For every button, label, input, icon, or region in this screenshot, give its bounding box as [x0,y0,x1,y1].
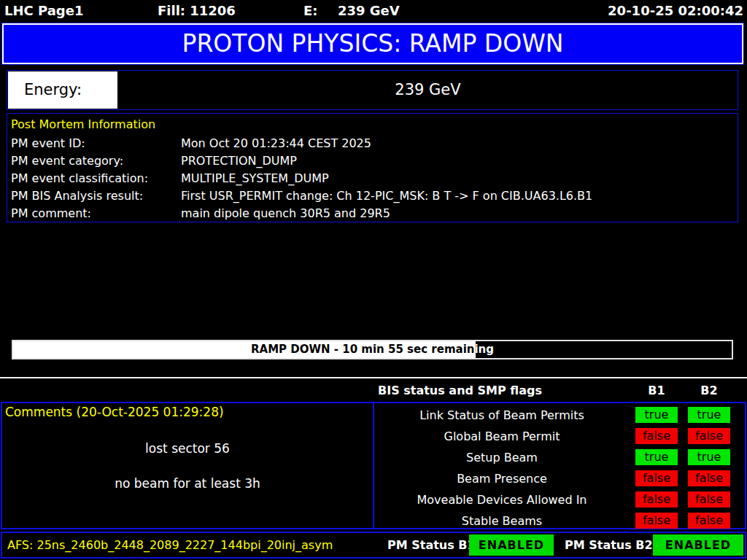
flag-b2-badge: false [688,470,730,486]
flag-b1-badge: true [635,449,678,465]
energy-value: 239 GeV [338,3,400,18]
flag-row: Moveable Devices Allowed In false false [374,489,745,510]
app-title: LHC Page1 [4,3,83,18]
bottom-status-bar: AFS: 25ns_2460b_2448_2089_2227_144bpi_20… [1,532,746,559]
flag-row: Setup Beam true true [374,447,745,468]
flag-b2-badge: false [688,428,730,444]
bis-section-header: BIS status and SMP flags [378,384,542,397]
lower-panel: Comments (20-Oct-2025 01:29:28) lost sec… [1,402,746,529]
top-status-bar: LHC Page1 Fill: 11206 E: 239 GeV 20-10-2… [0,0,747,22]
flag-b2-badge: true [688,449,730,465]
pm-row-value: MULTIPLE_SYSTEM_DUMP [181,170,329,187]
flag-b1-badge: true [635,407,678,423]
pm-row: PM event classification: MULTIPLE_SYSTEM… [11,170,733,187]
flag-b2-badge: false [688,513,730,529]
comment-line: lost sector 56 [2,441,373,456]
energy-row: Energy: 239 GeV [7,70,738,110]
energy-label: E: [303,3,318,18]
flag-b1-badge: false [635,470,678,486]
pm-status-b1-badge: ENABLED [469,534,554,556]
flag-label: Global Beam Permit [374,426,630,447]
pm-status-b2-badge: ENABLED [653,534,743,556]
fill-number: Fill: 11206 [158,3,236,18]
flag-row: Beam Presence false false [374,468,745,489]
progress-text-covered: RAMP DOWN - 10 min 55 sec remaining [13,341,476,358]
energy-row-value: 239 GeV [118,71,738,109]
pm-row: PM event category: PROTECTION_DUMP [11,152,733,170]
flag-b1-badge: false [635,428,678,444]
flag-label: Beam Presence [374,468,630,489]
ramp-down-progress-bar: RAMP DOWN - 10 min 55 sec remaining RAMP… [12,340,733,359]
pm-row-value: PROTECTION_DUMP [181,152,297,170]
flag-b2-badge: false [688,491,730,508]
flag-b1-badge: false [635,491,678,508]
comments-header: Comments (20-Oct-2025 01:29:28) [5,405,224,419]
flag-label: Stable Beams [374,510,630,532]
pm-row-value: main dipole quench 30R5 and 29R5 [181,205,390,222]
comment-line: no beam for at least 3h [2,476,373,491]
pm-row-label: PM BIS Analysis result: [11,187,143,205]
pm-row: PM event ID: Mon Oct 20 01:23:44 CEST 20… [11,135,733,152]
pm-row-label: PM event ID: [11,135,85,152]
pm-row: PM BIS Analysis result: First USR_PERMIT… [11,187,733,205]
post-mortem-panel: Post Mortem Information PM event ID: Mon… [7,113,738,222]
pm-row: PM comment: main dipole quench 30R5 and … [11,205,733,222]
flag-row: Global Beam Permit false false [374,426,745,447]
flag-label: Moveable Devices Allowed In [374,489,630,510]
flag-label: Setup Beam [374,447,630,468]
pm-status-b2-label: PM Status B2 [565,533,653,557]
pm-row-label: PM event classification: [11,170,148,187]
pm-row-label: PM comment: [11,205,91,222]
pm-row-value: First USR_PERMIT change: Ch 12-PIC_MSK: … [181,187,592,205]
flag-row: Stable Beams false false [374,510,745,532]
flag-label: Link Status of Beam Permits [374,405,630,426]
pm-row-label: PM event category: [11,152,123,170]
flag-b1-badge: false [635,513,678,529]
energy-row-label: Energy: [8,71,117,109]
pm-row-value: Mon Oct 20 01:23:44 CEST 2025 [181,135,371,152]
flag-b2-badge: true [688,407,730,423]
datetime: 20-10-25 02:00:42 [608,3,743,18]
afs-filling-scheme: AFS: 25ns_2460b_2448_2089_2227_144bpi_20… [7,533,333,557]
column-header-b2: B2 [688,384,730,397]
horizontal-separator [0,377,747,378]
comments-panel: Comments (20-Oct-2025 01:29:28) lost sec… [2,403,373,528]
flag-row: Link Status of Beam Permits true true [374,405,745,426]
page-title-banner: PROTON PHYSICS: RAMP DOWN [2,23,743,64]
bis-flags-panel: Link Status of Beam Permits true true Gl… [374,403,745,528]
pm-status-b1-label: PM Status B1 [387,533,476,557]
column-header-b1: B1 [635,384,678,397]
progress-fill: RAMP DOWN - 10 min 55 sec remaining [13,341,476,358]
post-mortem-header: Post Mortem Information [11,117,155,131]
